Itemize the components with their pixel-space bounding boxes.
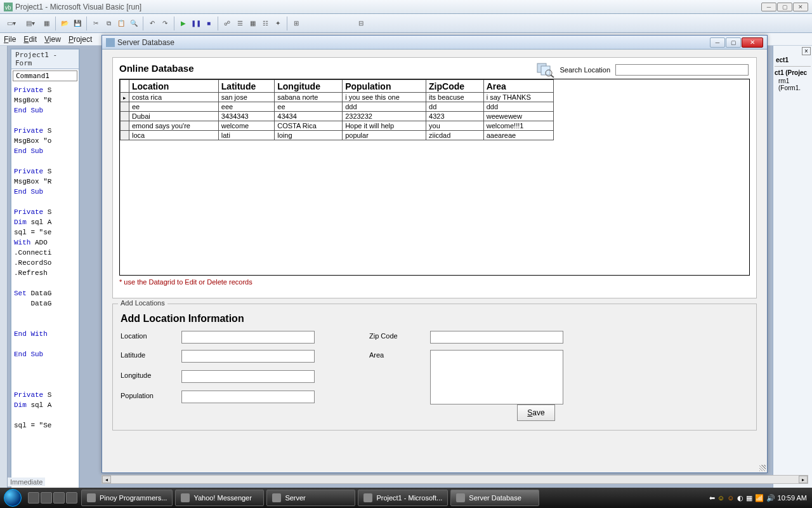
code-editor[interactable]: Project1 - Form Command1 Private S MsgBo…	[10, 48, 80, 505]
column-header[interactable]: Area	[483, 80, 553, 93]
table-cell[interactable]: sabana norte	[275, 93, 343, 102]
table-cell[interactable]: i say THANKS	[483, 93, 553, 102]
column-header[interactable]: Latitude	[218, 80, 274, 93]
end-icon[interactable]: ■	[203, 18, 214, 29]
input-population[interactable]	[181, 391, 315, 403]
table-cell[interactable]: dd	[426, 102, 484, 112]
tool1-icon[interactable]: ⊞	[291, 18, 302, 29]
menu-project[interactable]: Project	[69, 35, 92, 44]
properties-icon[interactable]: ☰	[234, 18, 246, 29]
clock[interactable]: 10:59 AM	[778, 494, 807, 502]
tray-icon[interactable]: 📶	[755, 494, 764, 502]
input-zipcode[interactable]	[430, 331, 563, 344]
object-browser-icon[interactable]: ☷	[259, 18, 271, 29]
table-cell[interactable]: ee	[129, 102, 219, 112]
copy-icon[interactable]: ⧉	[103, 18, 114, 29]
column-header[interactable]: ZipCode	[426, 80, 484, 93]
ql-item[interactable]	[53, 492, 65, 504]
tree-node-project[interactable]: ct1 (Projec	[775, 68, 811, 77]
break-icon[interactable]: ❚❚	[190, 18, 202, 29]
table-cell[interactable]: san jose	[218, 93, 274, 102]
taskbar-item[interactable]: Pinoy Programmers...	[81, 490, 173, 506]
dialog-minimize-button[interactable]: ─	[710, 37, 725, 48]
table-cell[interactable]: popular	[343, 131, 426, 140]
table-row[interactable]: Dubai34343434343423232324323weewewew	[121, 112, 554, 121]
table-cell[interactable]: weewewew	[483, 112, 553, 121]
save-icon[interactable]: 💾	[72, 18, 83, 29]
table-cell[interactable]: i you see this one	[343, 93, 426, 102]
input-latitude[interactable]	[181, 350, 315, 363]
tool2-icon[interactable]: ⊟	[355, 18, 367, 29]
table-cell[interactable]: Hope it will help	[343, 121, 426, 131]
tray-icon[interactable]: 🔊	[766, 494, 775, 502]
dialog-maximize-button[interactable]: ▢	[726, 37, 741, 48]
add-project-dropdown[interactable]: ▭▾	[3, 18, 20, 29]
tree-node-form[interactable]: rm1 (Form1.	[775, 77, 811, 91]
table-cell[interactable]: costa rica	[129, 93, 219, 102]
toolbox-icon[interactable]: ✦	[272, 18, 284, 29]
project-explorer-icon[interactable]: ☍	[221, 18, 233, 29]
tray-icon[interactable]: ▦	[746, 494, 752, 502]
taskbar-item[interactable]: Server Database	[450, 490, 539, 506]
paste-icon[interactable]: 📋	[115, 18, 127, 29]
tray-icon[interactable]: ⬅	[709, 494, 715, 502]
column-header[interactable]: Longitude	[275, 80, 343, 93]
start-button[interactable]	[0, 488, 25, 508]
table-cell[interactable]: ddd	[483, 102, 553, 112]
table-cell[interactable]: Dubai	[129, 112, 219, 121]
table-cell[interactable]: loca	[129, 131, 219, 140]
taskbar-item[interactable]: Project1 - Microsoft...	[358, 490, 448, 506]
table-cell[interactable]: eee	[218, 102, 274, 112]
column-header[interactable]: Location	[129, 80, 219, 93]
table-row[interactable]: emond says you'rewelcomeCOSTA RicaHope i…	[121, 121, 554, 131]
ql-item[interactable]	[41, 492, 52, 504]
table-cell[interactable]: ziicdad	[426, 131, 484, 140]
table-cell[interactable]: 2323232	[343, 112, 426, 121]
h-scrollbar[interactable]: ◂ ▸	[102, 475, 808, 484]
table-row[interactable]: eeeeeeedddddddd	[121, 102, 554, 112]
table-cell[interactable]: lati	[218, 131, 274, 140]
table-cell[interactable]: welcome!!!1	[483, 121, 553, 131]
close-button[interactable]: ✕	[793, 3, 808, 11]
menu-view[interactable]: View	[44, 35, 61, 44]
menu-file[interactable]: File	[4, 35, 16, 44]
undo-icon[interactable]: ↶	[147, 18, 158, 29]
find-icon[interactable]: 🔍	[128, 18, 140, 29]
object-combo[interactable]: Command1	[13, 70, 77, 81]
table-cell[interactable]: ddd	[343, 102, 426, 112]
menu-editor-icon[interactable]: ▦	[41, 18, 52, 29]
table-cell[interactable]: COSTA Rica	[275, 121, 343, 131]
ql-item[interactable]	[66, 492, 77, 504]
input-location[interactable]	[181, 331, 315, 344]
form-layout-icon[interactable]: ▦	[247, 18, 258, 29]
dialog-close-button[interactable]: ✕	[742, 37, 763, 48]
scroll-right-icon[interactable]: ▸	[799, 476, 808, 483]
code-text[interactable]: Private S MsgBox "R End Sub Private S Ms…	[11, 83, 79, 433]
menu-edit[interactable]: Edit	[23, 35, 37, 44]
column-header[interactable]: Population	[343, 80, 426, 93]
table-row[interactable]: costa ricasan josesabana nortei you see …	[121, 93, 554, 102]
input-area[interactable]	[430, 350, 563, 404]
panel-close-icon[interactable]: ×	[802, 47, 811, 55]
table-cell[interactable]: 43434	[275, 112, 343, 121]
table-cell[interactable]: 4323	[426, 112, 484, 121]
minimize-button[interactable]: ─	[761, 3, 776, 11]
tray-icon[interactable]: ◐	[737, 494, 743, 502]
tray-icon[interactable]: ☺	[727, 494, 734, 502]
resize-grip[interactable]	[759, 465, 766, 471]
start-icon[interactable]: ▶	[178, 18, 189, 29]
maximize-button[interactable]: ▢	[777, 3, 792, 11]
table-cell[interactable]: you	[426, 121, 484, 131]
redo-icon[interactable]: ↷	[159, 18, 171, 29]
ql-item[interactable]	[28, 492, 39, 504]
table-cell[interactable]: aaeareae	[483, 131, 553, 140]
table-cell[interactable]: its beacuse	[426, 93, 484, 102]
table-cell[interactable]: emond says you're	[129, 121, 219, 131]
search-input[interactable]	[615, 64, 749, 76]
input-longitude[interactable]	[181, 370, 315, 383]
table-row[interactable]: localatiloingpopularziicdadaaeareae	[121, 131, 554, 140]
table-cell[interactable]: 3434343	[218, 112, 274, 121]
open-icon[interactable]: 📂	[59, 18, 70, 29]
save-button[interactable]: Save	[517, 404, 555, 421]
datagrid[interactable]: LocationLatitudeLongitudePopulationZipCo…	[119, 79, 750, 276]
